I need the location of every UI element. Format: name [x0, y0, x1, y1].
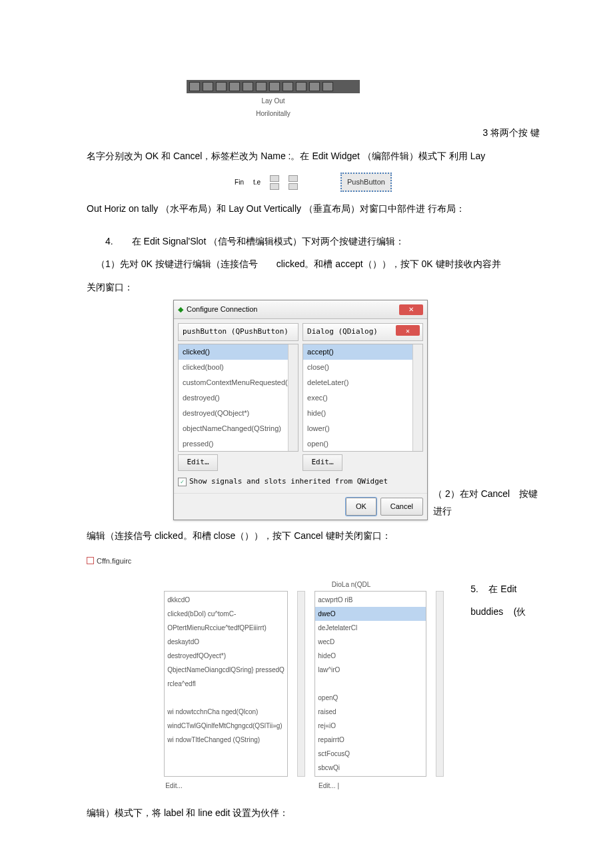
text-after-dialog: （ 2）在对 Cancel 按键进行 — [433, 485, 540, 522]
text-step-4-1b: 关闭窗口： — [87, 278, 540, 296]
square-icon — [87, 557, 94, 564]
checkbox-icon[interactable]: ✓ — [178, 478, 187, 486]
list-item[interactable]: deJetelaterCl — [315, 621, 425, 635]
toolbar-button — [216, 82, 227, 91]
list-item[interactable]: clicked(bool) — [179, 360, 298, 375]
toolbar-button — [243, 82, 253, 91]
close-icon[interactable]: ✕ — [399, 304, 423, 315]
list-item[interactable]: rclea^edfl — [165, 677, 287, 691]
list-item[interactable]: destroyed(QObject*) — [179, 406, 298, 421]
dialog-icon: ◆ — [178, 302, 183, 316]
list-item[interactable]: accept() — [303, 344, 422, 360]
list-item[interactable]: clicked(bDol) cu^tomC- — [165, 607, 287, 621]
toolbar-button — [296, 82, 306, 91]
list-item[interactable]: deleteLater() — [303, 375, 422, 390]
list-item[interactable]: OPtertMienuRcciue^tedfQPEiiirrt) — [165, 621, 287, 635]
edit-button[interactable]: Edit… — [303, 454, 342, 471]
toolbar-button — [322, 82, 333, 91]
panel2-right-header: DioLa n(QDL — [164, 578, 444, 591]
toolbar-button — [189, 82, 200, 91]
text-step-4-1: （1）先对 0K 按键进行编辑（连接信号 clicked。和槽 accept（）… — [87, 255, 540, 273]
text-step-5: 5. 在 Edit buddies (伙 — [470, 578, 540, 623]
list-item[interactable]: wi ndowTltleChanged (QString) — [165, 733, 287, 747]
text-edit-cancel: 编辑（连接信号 clicked。和槽 close（）），按下 Cancel 键时… — [87, 527, 540, 545]
text-line-names: 名字分别改为 OK 和 Cancel，标签栏改为 Name :。在 Edit W… — [87, 147, 540, 165]
text-line-layout: Out Horiz on tally （水平布局）和 Lay Out Verti… — [87, 200, 540, 218]
list-item[interactable]: openQ — [315, 691, 425, 705]
list-item[interactable]: windCTwlGQinlfeMtChgngcd(QSlTii»g) — [165, 719, 287, 733]
list-item[interactable]: pressed() — [179, 436, 298, 452]
toolbar-button — [256, 82, 267, 91]
list-item[interactable]: raise() — [303, 451, 422, 452]
text-step-4: 4. 在 Edit Signal'Slot （信号和槽编辑模式）下对两个按键进行… — [87, 232, 540, 250]
label-spinbox-figure: Fin t.e — [235, 175, 298, 190]
slots-header: Dialog (QDialog) ✕ — [303, 323, 423, 341]
list-item[interactable]: lower() — [303, 421, 422, 436]
list-item[interactable]: objectNameChanged(QString) — [179, 421, 298, 436]
list-item[interactable]: law^irO — [315, 663, 425, 677]
edit-label[interactable]: Edit... — [164, 777, 291, 792]
list-item[interactable]: raised — [315, 705, 425, 719]
toolbar-button — [309, 82, 320, 91]
list-item[interactable]: wi ndowtcchnCha nged(Qlcon) — [165, 705, 287, 719]
list-item[interactable]: acwprtO riB — [315, 593, 425, 607]
list-item[interactable]: clicked() — [179, 344, 298, 360]
scrollbar[interactable] — [297, 591, 305, 777]
slots-list[interactable]: accept()close()deleteLater()exec()hide()… — [303, 344, 423, 452]
dialog-titlebar: ◆ Configure Connection ✕ — [174, 300, 427, 319]
signals-header: pushButton (QPushButton) — [178, 323, 299, 341]
pushbutton-figure: PushButton — [340, 173, 392, 192]
text-buddies: 编辑）模式下，将 label 和 line edit 设置为伙伴： — [87, 804, 540, 822]
list-item[interactable]: repairrtO — [315, 733, 425, 747]
list-item[interactable]: released() — [179, 451, 298, 452]
toolbar-button — [229, 82, 240, 91]
panel2-signals-list[interactable]: dkkcdOclicked(bDol) cu^tomC-OPtertMienuR… — [164, 591, 288, 777]
checkbox-label: Show signals and slots inherited from QW… — [189, 475, 388, 489]
cancel-button[interactable]: Cancel — [380, 498, 423, 516]
list-item[interactable] — [165, 691, 287, 705]
list-item[interactable]: hideO — [315, 649, 425, 663]
configure-connection-dialog: ◆ Configure Connection ✕ pushButton (QPu… — [173, 300, 428, 520]
toolbar-button — [203, 82, 213, 91]
list-item[interactable]: dkkcdO — [165, 593, 287, 607]
list-item[interactable]: sbcwQi — [315, 761, 425, 775]
toolbar-caption: Lay Out Horilonitally — [187, 95, 360, 120]
scrollbar[interactable] — [288, 344, 298, 451]
list-item[interactable]: hide() — [303, 406, 422, 421]
list-item[interactable]: deskaytdO — [165, 635, 287, 649]
list-item[interactable]: destroyedfQOyect*) — [165, 649, 287, 663]
list-item[interactable]: sctFocusQ — [315, 747, 425, 761]
list-item[interactable]: open() — [303, 436, 422, 452]
panel2-figure: DioLa n(QDL dkkcdOclicked(bDol) cu^tomC-… — [164, 578, 444, 792]
list-item[interactable] — [315, 677, 425, 691]
list-item[interactable]: customContextMenuRequested(QPoint) — [179, 375, 298, 390]
list-item[interactable]: exec() — [303, 390, 422, 406]
qt-toolbar-figure: Lay Out Horilonitally — [187, 80, 360, 120]
list-item[interactable]: destroyed() — [179, 390, 298, 406]
close-icon[interactable]: ✕ — [396, 325, 420, 336]
panel2-slots-list[interactable]: acwprtO riBdweOdeJetelaterClwecDhideOlaw… — [314, 591, 426, 777]
edit-label[interactable]: Edit... | — [317, 777, 444, 792]
list-item[interactable]: close() — [303, 360, 422, 375]
pushbutton-sample: PushButton — [340, 173, 392, 192]
list-item[interactable]: rej«iO — [315, 719, 425, 733]
toolbar-button — [269, 82, 280, 91]
toolbar-button — [283, 82, 293, 91]
scrollbar[interactable] — [436, 591, 444, 777]
edit-button[interactable]: Edit… — [178, 454, 218, 471]
list-item[interactable]: wecD — [315, 635, 425, 649]
signals-list[interactable]: clicked()clicked(bool)customContextMenuR… — [178, 344, 299, 452]
ok-button[interactable]: OK — [346, 498, 376, 516]
list-item[interactable]: dweO — [315, 607, 425, 621]
list-item[interactable]: QbjectNameOiangcdlQSring} pressedQ — [165, 663, 287, 677]
scrollbar[interactable] — [412, 344, 422, 451]
toolbar — [187, 80, 360, 93]
text-line-3: 3 将两个按 键 — [87, 124, 540, 142]
cfn-label: Cffn.figuirc — [87, 554, 540, 568]
dialog-title: Configure Connection — [187, 302, 257, 316]
inherit-checkbox-row[interactable]: ✓ Show signals and slots inherited from … — [178, 475, 423, 489]
